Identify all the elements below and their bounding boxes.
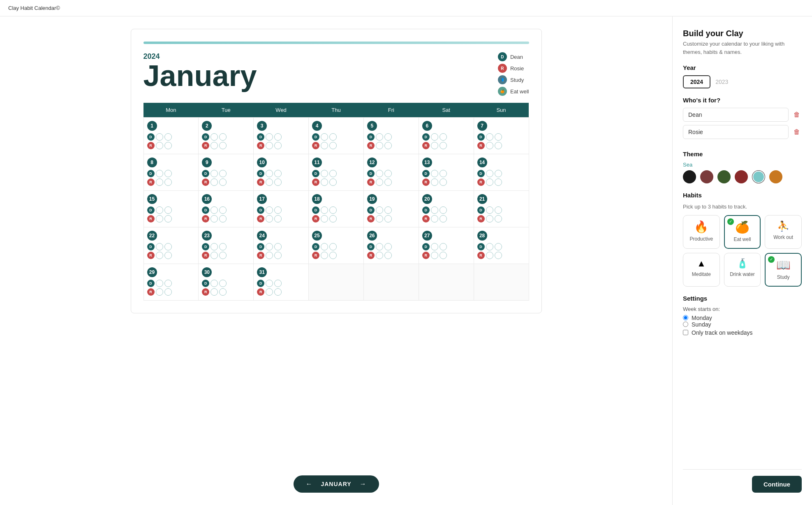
habit-tracker-circle[interactable] <box>376 215 383 222</box>
habit-tracker-circle[interactable] <box>274 288 282 296</box>
calendar-day-cell[interactable]: 20DR <box>419 191 474 227</box>
calendar-day-cell[interactable]: 12DR <box>363 154 419 191</box>
habit-tracker-circle[interactable] <box>321 178 328 186</box>
habit-tracker-circle[interactable] <box>495 243 502 250</box>
habit-tracker-circle[interactable] <box>384 133 392 141</box>
sunday-radio[interactable] <box>683 322 688 327</box>
habit-tracker-circle[interactable] <box>219 288 227 296</box>
habit-tracker-circle[interactable] <box>219 178 227 186</box>
habit-tracker-circle[interactable] <box>384 243 392 250</box>
habit-workout[interactable]: ⛹ Work out <box>765 215 802 249</box>
habit-tracker-circle[interactable] <box>431 252 438 259</box>
calendar-day-cell[interactable]: 30DR <box>199 264 254 301</box>
calendar-day-cell[interactable]: 23DR <box>199 227 254 264</box>
habit-tracker-circle[interactable] <box>321 142 328 149</box>
calendar-day-cell[interactable]: 1DR <box>143 118 199 154</box>
habit-tracker-circle[interactable] <box>156 142 163 149</box>
color-dark-green[interactable] <box>717 170 731 183</box>
habit-tracker-circle[interactable] <box>486 206 493 214</box>
habit-tracker-circle[interactable] <box>164 178 172 186</box>
calendar-day-cell[interactable] <box>363 264 419 301</box>
habit-tracker-circle[interactable] <box>211 280 218 287</box>
habit-tracker-circle[interactable] <box>384 215 392 222</box>
habit-tracker-circle[interactable] <box>431 170 438 177</box>
habit-tracker-circle[interactable] <box>495 170 502 177</box>
habit-tracker-circle[interactable] <box>376 252 383 259</box>
habit-tracker-circle[interactable] <box>495 133 502 141</box>
name-input-rosie[interactable] <box>683 125 789 139</box>
habit-tracker-circle[interactable] <box>431 206 438 214</box>
habit-study[interactable]: ✓ 📖 Study <box>765 253 802 287</box>
calendar-day-cell[interactable]: 6DR <box>419 118 474 154</box>
habit-tracker-circle[interactable] <box>329 215 337 222</box>
habit-tracker-circle[interactable] <box>440 170 447 177</box>
habit-tracker-circle[interactable] <box>274 280 282 287</box>
habit-tracker-circle[interactable] <box>164 142 172 149</box>
calendar-day-cell[interactable]: 11DR <box>309 154 364 191</box>
habit-tracker-circle[interactable] <box>329 133 337 141</box>
habit-tracker-circle[interactable] <box>384 178 392 186</box>
habit-tracker-circle[interactable] <box>274 142 282 149</box>
habit-tracker-circle[interactable] <box>266 243 273 250</box>
habit-tracker-circle[interactable] <box>219 243 227 250</box>
calendar-day-cell[interactable]: 5DR <box>363 118 419 154</box>
habit-tracker-circle[interactable] <box>219 170 227 177</box>
habit-tracker-circle[interactable] <box>164 280 172 287</box>
calendar-day-cell[interactable]: 15DR <box>143 191 199 227</box>
color-dark-red[interactable] <box>735 170 748 183</box>
habit-tracker-circle[interactable] <box>156 133 163 141</box>
habit-tracker-circle[interactable] <box>440 142 447 149</box>
habit-tracker-circle[interactable] <box>164 243 172 250</box>
habit-tracker-circle[interactable] <box>486 133 493 141</box>
habit-tracker-circle[interactable] <box>211 133 218 141</box>
calendar-day-cell[interactable]: 25DR <box>309 227 364 264</box>
habit-tracker-circle[interactable] <box>266 252 273 259</box>
next-month-arrow[interactable]: → <box>360 480 367 488</box>
calendar-day-cell[interactable]: 7DR <box>474 118 529 154</box>
habit-tracker-circle[interactable] <box>431 133 438 141</box>
calendar-day-cell[interactable] <box>419 264 474 301</box>
month-nav-button[interactable]: ← JANUARY → <box>293 475 379 493</box>
habit-tracker-circle[interactable] <box>486 142 493 149</box>
habit-tracker-circle[interactable] <box>211 288 218 296</box>
habit-tracker-circle[interactable] <box>329 206 337 214</box>
calendar-day-cell[interactable]: 22DR <box>143 227 199 264</box>
calendar-day-cell[interactable]: 10DR <box>254 154 309 191</box>
habit-tracker-circle[interactable] <box>384 252 392 259</box>
habit-tracker-circle[interactable] <box>266 178 273 186</box>
delete-dean-button[interactable]: 🗑 <box>792 109 802 120</box>
calendar-day-cell[interactable]: 31DR <box>254 264 309 301</box>
habit-tracker-circle[interactable] <box>211 252 218 259</box>
habit-tracker-circle[interactable] <box>440 243 447 250</box>
habit-tracker-circle[interactable] <box>274 170 282 177</box>
habit-tracker-circle[interactable] <box>321 252 328 259</box>
habit-tracker-circle[interactable] <box>156 288 163 296</box>
calendar-day-cell[interactable]: 21DR <box>474 191 529 227</box>
habit-tracker-circle[interactable] <box>495 142 502 149</box>
habit-tracker-circle[interactable] <box>321 133 328 141</box>
habit-tracker-circle[interactable] <box>156 280 163 287</box>
habit-tracker-circle[interactable] <box>486 215 493 222</box>
habit-tracker-circle[interactable] <box>164 133 172 141</box>
calendar-day-cell[interactable]: 16DR <box>199 191 254 227</box>
color-sea[interactable] <box>752 170 765 183</box>
calendar-day-cell[interactable]: 9DR <box>199 154 254 191</box>
habit-tracker-circle[interactable] <box>376 206 383 214</box>
habit-tracker-circle[interactable] <box>495 215 502 222</box>
habit-tracker-circle[interactable] <box>495 252 502 259</box>
habit-tracker-circle[interactable] <box>329 252 337 259</box>
habit-tracker-circle[interactable] <box>376 170 383 177</box>
habit-tracker-circle[interactable] <box>211 142 218 149</box>
habit-tracker-circle[interactable] <box>274 133 282 141</box>
calendar-day-cell[interactable]: 2DR <box>199 118 254 154</box>
calendar-day-cell[interactable]: 29DR <box>143 264 199 301</box>
habit-tracker-circle[interactable] <box>329 243 337 250</box>
calendar-day-cell[interactable] <box>474 264 529 301</box>
habit-tracker-circle[interactable] <box>211 206 218 214</box>
calendar-day-cell[interactable]: 24DR <box>254 227 309 264</box>
habit-tracker-circle[interactable] <box>431 215 438 222</box>
habit-tracker-circle[interactable] <box>384 206 392 214</box>
habit-tracker-circle[interactable] <box>440 133 447 141</box>
monday-radio[interactable] <box>683 315 688 320</box>
habit-tracker-circle[interactable] <box>156 170 163 177</box>
